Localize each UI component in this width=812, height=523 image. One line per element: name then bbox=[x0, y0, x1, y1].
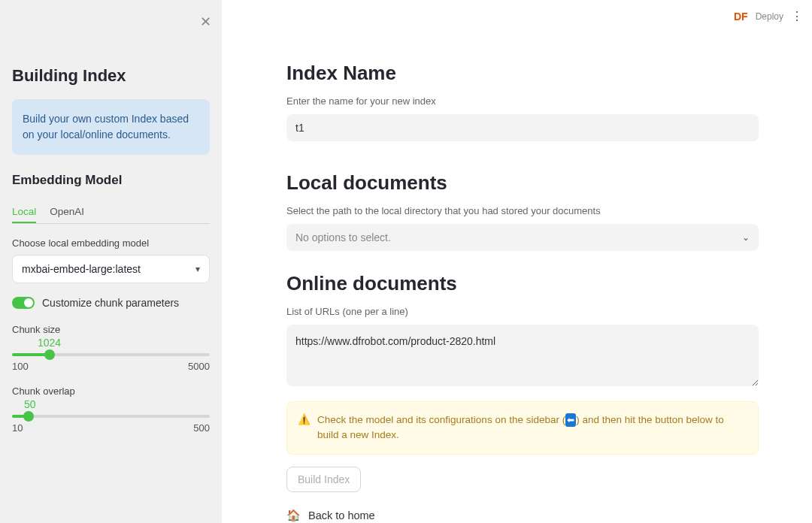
slider-thumb[interactable] bbox=[44, 349, 55, 360]
customize-chunk-label: Customize chunk parameters bbox=[42, 297, 179, 309]
chunk-size-block: Chunk size 1024 100 5000 bbox=[12, 324, 210, 372]
menu-icon[interactable]: ⋮ bbox=[791, 9, 803, 23]
info-box: Build your own custom Index based on you… bbox=[12, 99, 210, 155]
customize-chunk-toggle-row: Customize chunk parameters bbox=[12, 297, 210, 309]
warning-box: ⚠️ Check the model and its configuration… bbox=[286, 401, 759, 455]
sidebar-title: Building Index bbox=[12, 66, 210, 86]
chunk-overlap-slider[interactable] bbox=[12, 415, 210, 418]
chunk-overlap-block: Chunk overlap 50 10 500 bbox=[12, 385, 210, 434]
back-home-label: Back to home bbox=[308, 509, 375, 521]
home-icon: 🏠 bbox=[286, 509, 301, 522]
urls-label: List of URLs (one per a line) bbox=[286, 306, 785, 317]
urls-textarea[interactable] bbox=[286, 325, 759, 386]
embedding-tabs: Local OpenAI bbox=[12, 201, 210, 224]
online-docs-heading: Online documents bbox=[286, 272, 785, 295]
sidebar: ✕ Building Index Build your own custom I… bbox=[0, 0, 222, 523]
customize-chunk-toggle[interactable] bbox=[12, 297, 35, 309]
choose-model-label: Choose local embedding model bbox=[12, 237, 210, 249]
warning-text-pre: Check the model and its configurations o… bbox=[317, 414, 565, 425]
topbar: DF Deploy ⋮ bbox=[734, 9, 803, 23]
tab-openai[interactable]: OpenAI bbox=[50, 201, 84, 223]
model-select-value: mxbai-embed-large:latest bbox=[22, 263, 141, 275]
local-docs-placeholder: No options to select. bbox=[295, 231, 391, 243]
left-arrow-icon: ⬅ bbox=[565, 413, 576, 427]
main: DF Deploy ⋮ Index Name Enter the name fo… bbox=[222, 0, 812, 523]
local-docs-heading: Local documents bbox=[286, 171, 785, 195]
local-docs-select[interactable]: No options to select. ⌄ bbox=[286, 224, 759, 251]
index-name-desc: Enter the name for your new index bbox=[286, 95, 785, 107]
brand-logo: DF bbox=[734, 11, 748, 23]
slider-thumb[interactable] bbox=[23, 411, 34, 422]
embedding-heading: Embedding Model bbox=[12, 173, 210, 188]
close-icon[interactable]: ✕ bbox=[200, 14, 211, 30]
local-docs-desc: Select the path to the local directory t… bbox=[286, 205, 785, 216]
chunk-overlap-max: 500 bbox=[193, 422, 210, 434]
chevron-down-icon: ⌄ bbox=[742, 232, 750, 243]
index-name-input[interactable] bbox=[286, 114, 759, 141]
deploy-link[interactable]: Deploy bbox=[756, 11, 783, 22]
chunk-size-min: 100 bbox=[12, 361, 29, 372]
chunk-overlap-min: 10 bbox=[12, 422, 23, 434]
build-index-button[interactable]: Build Index bbox=[286, 467, 361, 492]
chevron-down-icon: ▾ bbox=[195, 264, 200, 274]
chunk-size-max: 5000 bbox=[188, 361, 210, 372]
chunk-size-slider[interactable] bbox=[12, 353, 210, 356]
chunk-size-label: Chunk size bbox=[12, 324, 210, 335]
tab-local[interactable]: Local bbox=[12, 201, 36, 223]
chunk-overlap-value: 50 bbox=[24, 398, 210, 410]
chunk-size-value: 1024 bbox=[38, 337, 210, 349]
index-name-heading: Index Name bbox=[286, 62, 785, 85]
back-home-row[interactable]: 🏠 Back to home bbox=[286, 509, 785, 522]
chunk-overlap-label: Chunk overlap bbox=[12, 385, 210, 397]
warning-icon: ⚠️ bbox=[298, 413, 311, 428]
model-select[interactable]: mxbai-embed-large:latest ▾ bbox=[12, 255, 210, 283]
toggle-knob bbox=[24, 298, 33, 307]
